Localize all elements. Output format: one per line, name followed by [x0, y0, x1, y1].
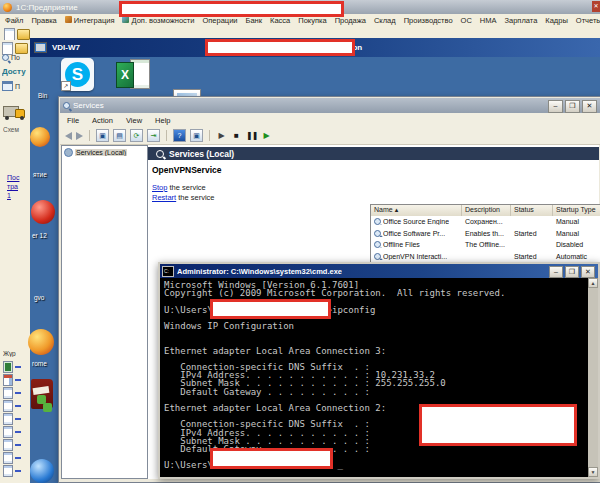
- 1c-sidebar-link[interactable]: тра: [7, 182, 31, 191]
- rdp-title-prefix: VDI-W7: [52, 43, 80, 52]
- 1c-journal-list: [3, 362, 21, 476]
- window-icon: [2, 81, 13, 91]
- stop-service-icon[interactable]: ■: [231, 130, 242, 141]
- column-header-name[interactable]: Name ▴: [371, 205, 462, 216]
- 1c-sidebar-item[interactable]: П: [2, 81, 20, 91]
- minimize-button[interactable]: –: [549, 266, 563, 278]
- service-row[interactable]: Office Source Engine Сохранен... Manual …: [371, 216, 600, 228]
- excel-file-desktop-icon[interactable]: X: [116, 59, 150, 89]
- restart-service-icon[interactable]: ▶: [261, 130, 272, 141]
- 1c-menu-item[interactable]: Отчеты: [576, 16, 600, 25]
- 1c-menu-item[interactable]: Зарплата: [504, 16, 537, 25]
- 1c-menu-item[interactable]: Интеграция: [65, 16, 115, 25]
- skype-desktop-icon[interactable]: S ↗: [61, 58, 94, 91]
- 1c-journal-label: Жур: [3, 350, 29, 357]
- folder-icon[interactable]: [15, 43, 28, 54]
- journal-item[interactable]: [3, 401, 21, 411]
- cmd-scrollbar[interactable]: ▲ ▼: [588, 278, 598, 477]
- 1c-menu-item[interactable]: Операции: [202, 16, 237, 25]
- close-button[interactable]: ✕: [581, 266, 595, 278]
- journal-item[interactable]: [3, 466, 21, 476]
- service-icon: [374, 253, 381, 260]
- 1c-menu-item[interactable]: Покупка: [298, 16, 326, 25]
- 1c-search-button[interactable]: По: [2, 54, 20, 61]
- desktop-icon-label[interactable]: gvo: [34, 294, 44, 301]
- console-tree-icon[interactable]: ▣: [96, 129, 109, 142]
- 1c-menu-item[interactable]: Доп. возможности: [122, 16, 194, 25]
- services-pane-header: Services (Local): [148, 147, 599, 160]
- desktop-icon-sphere[interactable]: [30, 127, 50, 147]
- 1c-menu-item[interactable]: ОС: [461, 16, 472, 25]
- journal-item[interactable]: [3, 427, 21, 437]
- back-icon[interactable]: [65, 132, 72, 140]
- 1c-menu-item[interactable]: НМА: [480, 16, 497, 25]
- minimize-button[interactable]: –: [548, 100, 563, 113]
- journal-item[interactable]: [3, 414, 21, 424]
- 1c-sidebar-link[interactable]: 1: [7, 191, 31, 200]
- recycle-bin-label[interactable]: Bin: [38, 92, 47, 99]
- stop-service-link[interactable]: Stop: [152, 183, 167, 192]
- shortcut-arrow-icon: ↗: [61, 81, 71, 91]
- desktop-icon-label[interactable]: rome: [32, 360, 47, 367]
- desktop-icon-sphere[interactable]: [31, 200, 55, 224]
- services-menu-item[interactable]: View: [126, 116, 142, 125]
- properties-icon[interactable]: ▤: [113, 129, 126, 142]
- start-service-icon[interactable]: ▶: [216, 130, 227, 141]
- cmd-app-icon: C:: [162, 266, 174, 277]
- journal-item[interactable]: [3, 440, 21, 450]
- desktop-icon-sphere[interactable]: [30, 459, 54, 483]
- services-menu-item[interactable]: Action: [92, 116, 113, 125]
- services-app-icon: [63, 102, 70, 109]
- maximize-button[interactable]: ❐: [565, 100, 580, 113]
- service-row[interactable]: OpenVPN Interacti... Started Automatic L…: [371, 251, 600, 263]
- 1c-menu-item[interactable]: Правка: [31, 16, 56, 25]
- services-node-icon: [64, 148, 73, 157]
- redaction-box-username-1: [210, 299, 331, 319]
- maximize-button[interactable]: ❐: [565, 266, 579, 278]
- close-button[interactable]: ✕: [582, 100, 597, 113]
- service-action-links: Stop the service Restart the service: [152, 183, 215, 203]
- 1c-sidebar-link[interactable]: Пос: [7, 173, 31, 182]
- service-row[interactable]: Offline Files The Offline... Disabled Lo…: [371, 239, 600, 251]
- desktop-icon-puzzle[interactable]: [43, 403, 52, 412]
- 1c-menu-item[interactable]: Файл: [5, 16, 23, 25]
- 1c-menu-item[interactable]: Касса: [270, 16, 290, 25]
- pause-service-icon[interactable]: ❚❚: [246, 130, 257, 141]
- 1c-close-button[interactable]: ✕: [592, 1, 600, 12]
- services-menu-item[interactable]: File: [67, 116, 79, 125]
- scroll-down-icon[interactable]: ▼: [588, 467, 598, 477]
- open-folder-icon[interactable]: [17, 29, 30, 40]
- services-menu-item[interactable]: Help: [155, 116, 170, 125]
- journal-item[interactable]: [3, 453, 21, 463]
- tree-item-services-local[interactable]: Services (Local): [64, 148, 147, 157]
- 1c-menu-item[interactable]: Банк: [246, 16, 263, 25]
- refresh-icon[interactable]: ⟳: [130, 129, 143, 142]
- 1c-menu-item[interactable]: Продажа: [335, 16, 366, 25]
- excel-doc-icon: [3, 361, 13, 373]
- help-icon[interactable]: ?: [173, 129, 186, 142]
- journal-item[interactable]: [3, 375, 21, 385]
- journal-item[interactable]: [3, 362, 21, 372]
- redaction-box-rdp-title: [205, 39, 355, 56]
- service-row[interactable]: Office Software Pr... Enables th... Star…: [371, 228, 600, 240]
- desktop-icon-sphere[interactable]: [28, 329, 54, 355]
- services-tree-pane: Services (Local): [61, 145, 148, 479]
- column-header-description[interactable]: Description: [462, 205, 511, 216]
- restart-service-link[interactable]: Restart: [152, 193, 176, 202]
- show-window-icon[interactable]: ▣: [190, 129, 203, 142]
- desktop-icon-label[interactable]: ятие: [33, 171, 47, 178]
- scroll-up-icon[interactable]: ▲: [588, 278, 598, 288]
- 1c-menu-item[interactable]: Склад: [374, 16, 396, 25]
- desktop-icon-label[interactable]: er 12: [32, 232, 47, 239]
- truck-icon[interactable]: [3, 106, 27, 118]
- document-icon: [3, 400, 13, 412]
- redaction-box-username-2: [210, 448, 333, 469]
- column-header-status[interactable]: Status: [511, 205, 553, 216]
- journal-item[interactable]: [3, 388, 21, 398]
- 1c-menu-item[interactable]: Производство: [404, 16, 453, 25]
- 1c-menu-item[interactable]: Кадры: [545, 16, 567, 25]
- column-header-startup-type[interactable]: Startup Type: [553, 205, 600, 216]
- forward-icon[interactable]: [76, 132, 83, 140]
- 1c-sidebar-section-title: Досту: [2, 67, 30, 76]
- export-list-icon[interactable]: ⇥: [147, 129, 160, 142]
